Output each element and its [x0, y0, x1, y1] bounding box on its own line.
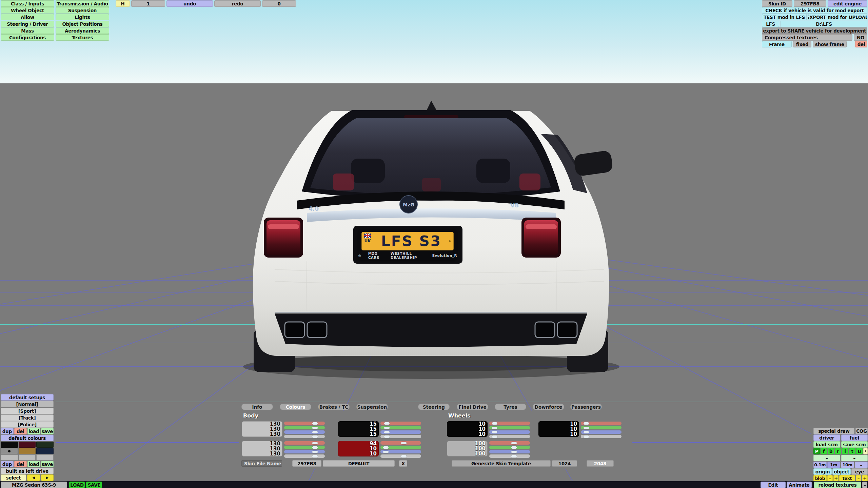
level-slider[interactable] — [380, 435, 421, 438]
special-draw-button[interactable]: special draw — [813, 428, 854, 434]
slider-knob[interactable] — [511, 451, 517, 453]
green-slider[interactable] — [380, 446, 421, 449]
edit-engine-button[interactable]: edit engine — [828, 0, 867, 7]
blob-plus-button[interactable]: + — [833, 475, 839, 482]
frame-del-button[interactable]: del — [855, 41, 867, 47]
setup-normal[interactable]: [Normal] — [1, 401, 54, 407]
menu-configurations[interactable]: Configurations — [1, 34, 54, 41]
slider-knob[interactable] — [312, 446, 318, 449]
grid-scale-1m-button[interactable]: 1m — [827, 462, 841, 468]
slider-knob[interactable] — [312, 451, 318, 453]
slider-knob[interactable] — [312, 422, 318, 425]
red-slider[interactable] — [380, 422, 421, 425]
red-slider[interactable] — [581, 422, 622, 425]
text-plus-button[interactable]: + — [862, 475, 868, 482]
export-mod-button[interactable]: EXPORT mod for UPLOAD — [808, 14, 867, 20]
green-slider[interactable] — [489, 446, 530, 449]
skin-id-value[interactable]: 297FB8 — [794, 0, 826, 7]
default-setups-header[interactable]: default setups — [1, 394, 54, 401]
tab-downforce[interactable]: Downforce — [533, 404, 564, 410]
slider-knob[interactable] — [492, 431, 497, 433]
slider-knob[interactable] — [312, 427, 318, 429]
redo-button[interactable]: redo — [214, 0, 261, 7]
colour-swatch-cell[interactable] — [36, 448, 54, 454]
tab-colours[interactable]: Colours — [280, 404, 311, 410]
body-colour-unit-3[interactable]: 151515 — [338, 421, 421, 438]
colour-swatch-cell[interactable] — [36, 454, 54, 461]
frame-button[interactable]: Frame — [762, 41, 792, 47]
slider-knob[interactable] — [511, 446, 517, 449]
tab-brakes-tc[interactable]: Brakes / TC — [318, 404, 350, 410]
save-scm-button[interactable]: save scm — [841, 441, 868, 448]
colour-load-button[interactable]: load — [27, 461, 40, 467]
slider-knob[interactable] — [584, 422, 589, 425]
slider-knob[interactable] — [384, 422, 390, 425]
flag-dot-toggle[interactable]: • — [863, 448, 868, 454]
generate-skin-template-button[interactable]: Generate Skin Template — [452, 460, 551, 467]
setup-dup-button[interactable]: dup — [1, 428, 14, 434]
body-colour-unit-4[interactable]: 941010 — [338, 441, 421, 458]
slider-knob[interactable] — [384, 431, 390, 433]
lfs-button[interactable]: LFS — [762, 21, 779, 27]
vehicle-name-button[interactable]: MZG Sedan 63S-9 — [1, 482, 67, 488]
level-slider[interactable] — [489, 454, 530, 458]
setup-sport[interactable]: [Sport] — [1, 408, 54, 414]
colour-swatch-cell[interactable] — [36, 442, 54, 448]
slider-knob[interactable] — [384, 427, 390, 429]
setup-save-button[interactable]: save — [41, 428, 54, 434]
colour-swatch-cell-selected[interactable] — [1, 448, 18, 454]
slider-knob[interactable] — [584, 435, 589, 438]
load-vehicle-button[interactable]: LOAD — [69, 482, 85, 488]
slider-knob[interactable] — [511, 442, 517, 444]
slider-knob[interactable] — [312, 442, 318, 444]
hide-button[interactable]: H — [116, 0, 130, 7]
flag-r-toggle[interactable]: r — [835, 448, 841, 454]
blue-slider[interactable] — [284, 450, 325, 453]
wheel-colour-unit-3[interactable]: 101010 — [538, 421, 622, 438]
flag-l-toggle[interactable]: l — [842, 448, 848, 454]
colour-swatch-cell[interactable] — [19, 448, 36, 454]
flag-t-toggle[interactable]: t — [849, 448, 855, 454]
blue-slider[interactable] — [284, 430, 325, 434]
grid-scale-10m-button[interactable]: 10m — [841, 462, 854, 468]
skin-clear-button[interactable]: X — [399, 460, 407, 467]
red-slider[interactable] — [489, 441, 530, 445]
green-slider[interactable] — [284, 446, 325, 449]
fuel-button[interactable]: fuel — [841, 434, 868, 441]
reload-textures-button[interactable]: reload textures — [814, 482, 861, 488]
menu-class-inputs[interactable]: Class / Inputs — [1, 0, 54, 7]
colour-swatch[interactable]: 151515 — [338, 421, 379, 437]
select-button[interactable]: select — [1, 474, 26, 481]
colour-swatch[interactable]: 130130130 — [242, 421, 282, 437]
grid-scale-minus-button[interactable]: – — [855, 462, 868, 468]
blue-slider[interactable] — [489, 430, 530, 434]
tab-passengers[interactable]: Passengers — [570, 404, 602, 410]
skin-size-1024-button[interactable]: 1024 — [552, 460, 577, 467]
flag-b-toggle[interactable]: b — [828, 448, 834, 454]
menu-aerodynamics[interactable]: Aerodynamics — [56, 27, 109, 34]
tab-tyres[interactable]: Tyres — [495, 404, 526, 410]
tab-info[interactable]: Info — [241, 404, 273, 410]
view-origin-button[interactable]: origin — [813, 468, 832, 475]
slider-knob[interactable] — [492, 435, 497, 438]
scm-minus-b-button[interactable]: – — [841, 455, 868, 461]
slider-knob[interactable] — [384, 435, 390, 438]
tab-final-drive[interactable]: Final Drive — [457, 404, 488, 410]
select-next-button[interactable]: ▶ — [41, 474, 54, 481]
check-vehicle-button[interactable]: CHECK if vehicle is valid for mod export — [762, 7, 867, 14]
setup-load-button[interactable]: load — [27, 428, 40, 434]
skin-default-button[interactable]: DEFAULT — [323, 460, 395, 467]
slider-knob[interactable] — [492, 427, 497, 429]
slider-knob[interactable] — [312, 455, 318, 458]
save-vehicle-button[interactable]: SAVE — [86, 482, 102, 488]
colour-swatch-cell[interactable] — [1, 454, 18, 461]
view-eye-button[interactable]: eye — [851, 468, 868, 475]
red-slider[interactable] — [489, 422, 530, 425]
colour-del-button[interactable]: del — [14, 461, 27, 467]
menu-object-positions[interactable]: Object Positions — [56, 21, 109, 27]
level-slider[interactable] — [380, 454, 421, 458]
skin-file-value[interactable]: 297FB8 — [292, 460, 321, 467]
flag-u-toggle[interactable]: u — [856, 448, 863, 454]
colour-swatch-cell[interactable] — [19, 442, 36, 448]
slider-knob[interactable] — [383, 446, 389, 449]
